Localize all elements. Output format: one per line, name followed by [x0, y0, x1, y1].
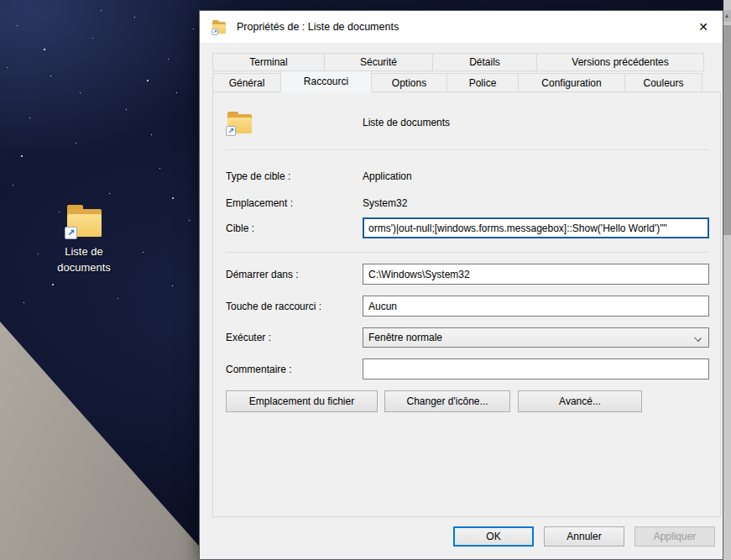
shortcut-tab-panel: ↗ Liste de documents Type de cible : App… [212, 92, 721, 517]
run-label: Exécuter : [226, 332, 363, 343]
target-label: Cible : [226, 222, 363, 234]
cancel-button[interactable]: Annuler [544, 526, 624, 547]
stars-decor-bright [0, 0, 2, 2]
shortcut-arrow-icon: ↗ [65, 227, 77, 239]
tab-row-2: Général Raccourci Options Police Configu… [212, 71, 710, 92]
target-type-label: Type de cible : [226, 170, 363, 182]
start-in-input[interactable]: C:\Windows\System32 [363, 264, 709, 285]
separator [226, 252, 709, 253]
tab-strip: Terminal Sécurité Détails Versions précé… [200, 43, 723, 92]
scrollbar-up-button[interactable] [723, 10, 731, 22]
tab-police[interactable]: Police [446, 73, 519, 92]
dialog-footer: OK Annuler Appliquer [200, 520, 723, 559]
folder-icon: ↗ [65, 204, 103, 238]
scrollbar-thumb[interactable] [723, 25, 731, 235]
shortcut-header-row: ↗ Liste de documents [226, 106, 709, 139]
target-input[interactable]: orms')|out-null;[windows.forms.messagebo… [363, 217, 709, 238]
comment-input[interactable] [363, 359, 709, 379]
action-buttons-row: Emplacement du fichier Changer d'icône..… [226, 390, 709, 412]
apply-button: Appliquer [634, 526, 715, 547]
separator [226, 149, 709, 150]
tab-configuration[interactable]: Configuration [518, 73, 625, 92]
open-file-location-button[interactable]: Emplacement du fichier [226, 390, 378, 412]
location-value: System32 [363, 197, 407, 209]
close-icon: ✕ [698, 20, 708, 34]
run-dropdown[interactable]: Fenêtre normale [363, 327, 709, 348]
tab-general[interactable]: Général [212, 73, 281, 92]
tab-versions-precedentes[interactable]: Versions précédentes [536, 53, 704, 71]
tab-row-1: Terminal Sécurité Détails Versions précé… [212, 53, 710, 71]
chevron-down-icon [694, 334, 702, 342]
tab-options[interactable]: Options [371, 73, 447, 92]
advanced-button[interactable]: Avancé... [518, 390, 642, 412]
change-icon-button[interactable]: Changer d'icône... [384, 390, 510, 412]
shortcut-arrow-icon: ↗ [226, 126, 236, 136]
tab-securite[interactable]: Sécurité [324, 53, 433, 71]
close-button[interactable]: ✕ [684, 11, 723, 43]
desktop-shortcut-liste-de-documents[interactable]: ↗ Liste de documents [44, 204, 124, 276]
tab-terminal[interactable]: Terminal [212, 53, 325, 71]
shortcut-folder-icon: ↗ [226, 111, 253, 134]
screen: ↗ Liste de documents ↗ Propriétés de : L… [0, 0, 731, 560]
shortcut-key-input[interactable]: Aucun [363, 296, 709, 317]
properties-dialog: ↗ Propriétés de : Liste de documents ✕ T… [199, 10, 723, 560]
vertical-scrollbar[interactable] [723, 0, 731, 560]
location-label: Emplacement : [226, 197, 363, 209]
arrow-up-icon [725, 14, 728, 18]
comment-label: Commentaire : [226, 364, 363, 375]
shortcut-name: Liste de documents [363, 117, 450, 128]
tab-details[interactable]: Détails [432, 53, 537, 71]
start-in-label: Démarrer dans : [226, 269, 363, 280]
dialog-titlebar[interactable]: ↗ Propriétés de : Liste de documents ✕ [200, 11, 723, 43]
target-type-value: Application [363, 170, 412, 182]
shortcut-key-label: Touche de raccourci : [226, 301, 363, 312]
dialog-folder-icon: ↗ [211, 20, 227, 34]
dialog-title: Propriétés de : Liste de documents [237, 21, 399, 33]
ok-button[interactable]: OK [453, 526, 534, 547]
tab-couleurs[interactable]: Couleurs [624, 73, 702, 92]
run-dropdown-value: Fenêtre normale [368, 332, 442, 343]
shortcut-arrow-icon: ↗ [211, 29, 218, 35]
desktop-icon-label: Liste de documents [44, 244, 124, 276]
tab-raccourci[interactable]: Raccourci [280, 71, 372, 92]
